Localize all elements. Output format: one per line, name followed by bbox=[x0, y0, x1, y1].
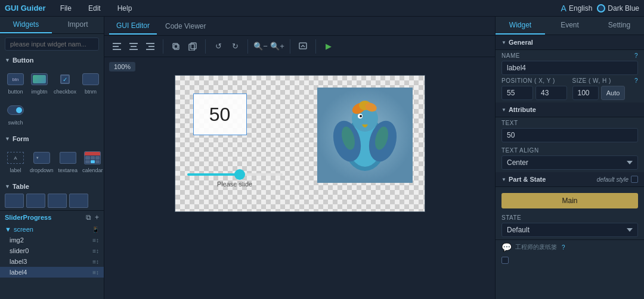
layers-panel: SliderProgress ⧉ + ▼ screen 📱 img2 ≡↕ sl… bbox=[0, 210, 104, 299]
menu-help[interactable]: Help bbox=[113, 3, 137, 14]
redo-btn[interactable]: ↻ bbox=[227, 39, 243, 54]
slider-track bbox=[187, 173, 283, 176]
copy-style-btn[interactable] bbox=[168, 39, 184, 54]
pos-y-input[interactable] bbox=[535, 86, 567, 100]
calendar-icon bbox=[83, 150, 102, 166]
state-select[interactable]: Default bbox=[501, 223, 638, 237]
language-label: English bbox=[569, 4, 592, 13]
size-auto-btn[interactable]: Auto bbox=[601, 86, 626, 100]
play-btn[interactable]: ▶ bbox=[321, 39, 336, 54]
watermark-text: 工程师的废纸篓 bbox=[515, 243, 557, 251]
bottom-checkbox-row bbox=[496, 254, 644, 266]
section-button[interactable]: Button bbox=[0, 54, 104, 66]
table-icon-2[interactable] bbox=[26, 194, 45, 208]
menu-edit[interactable]: Edit bbox=[83, 3, 106, 14]
position-inputs bbox=[501, 86, 568, 100]
canvas-area: 100% 50 bbox=[104, 57, 495, 299]
left-sidebar: Widgets Import Button btn button imgbtn … bbox=[0, 17, 104, 299]
parrot-image bbox=[317, 88, 413, 183]
default-style-label: default style bbox=[597, 176, 638, 183]
general-section-header: General bbox=[496, 35, 644, 50]
tab-widget[interactable]: Widget bbox=[496, 17, 545, 35]
widget-calendar[interactable]: calendar bbox=[81, 147, 104, 176]
zoom-group: 🔍− 🔍+ bbox=[253, 39, 290, 54]
tab-code-viewer[interactable]: Code Viewer bbox=[158, 18, 213, 34]
layers-actions: ⧉ + bbox=[86, 213, 99, 222]
name-input[interactable] bbox=[501, 61, 638, 75]
layers-add-btn[interactable]: + bbox=[95, 213, 99, 222]
theme-label: Dark Blue bbox=[608, 4, 639, 13]
export-btn[interactable] bbox=[295, 39, 311, 54]
label4-value: 50 bbox=[209, 104, 231, 126]
checkbox-icon bbox=[55, 71, 75, 88]
slider-label: Please slide bbox=[187, 180, 283, 188]
watermark-help: ? bbox=[562, 244, 565, 251]
widget-switch[interactable]: switch bbox=[5, 99, 26, 128]
align-left-btn[interactable] bbox=[109, 39, 125, 54]
widget-imgbtn[interactable]: imgbtn bbox=[29, 68, 50, 97]
canvas-frame[interactable]: 50 bbox=[175, 75, 425, 212]
zoom-in-btn[interactable]: 🔍+ bbox=[270, 39, 285, 54]
bottom-checkbox[interactable] bbox=[501, 257, 509, 264]
undo-btn[interactable]: ↺ bbox=[210, 39, 226, 54]
theme-icon bbox=[597, 4, 605, 13]
zoom-out-btn[interactable]: 🔍− bbox=[253, 39, 268, 54]
app-body: Widgets Import Button btn button imgbtn … bbox=[0, 17, 644, 299]
svg-rect-1 bbox=[113, 46, 119, 47]
wechat-icon: 💬 bbox=[501, 242, 512, 252]
widget-button[interactable]: btn button bbox=[5, 68, 26, 97]
main-part-btn[interactable]: Main bbox=[501, 193, 638, 208]
theme-selector[interactable]: Dark Blue bbox=[597, 4, 639, 13]
tab-event[interactable]: Event bbox=[545, 17, 595, 35]
table-icon-row bbox=[5, 194, 99, 208]
language-selector[interactable]: A English bbox=[561, 4, 593, 13]
slider-widget[interactable]: Please slide bbox=[187, 173, 283, 188]
tab-import[interactable]: Import bbox=[52, 17, 104, 33]
widget-label[interactable]: A label bbox=[5, 147, 26, 176]
layer-screen[interactable]: ▼ screen 📱 bbox=[0, 224, 104, 235]
menu-file[interactable]: File bbox=[55, 3, 76, 14]
layer-expand-icon-2: ≡↕ bbox=[92, 248, 99, 254]
svg-rect-9 bbox=[173, 43, 178, 48]
button-icon: btn bbox=[6, 71, 25, 88]
main-btn-container: Main bbox=[496, 187, 644, 212]
layer-img2[interactable]: img2 ≡↕ bbox=[0, 235, 104, 245]
widget-btnm[interactable]: btnm bbox=[80, 68, 101, 97]
tab-setting[interactable]: Setting bbox=[595, 17, 644, 35]
default-style-checkbox[interactable] bbox=[631, 176, 638, 183]
section-form[interactable]: Form bbox=[0, 133, 104, 145]
position-section: POSITION ( X, Y ) bbox=[501, 77, 568, 100]
device-icon: 📱 bbox=[92, 226, 99, 233]
slider-thumb[interactable] bbox=[234, 169, 245, 180]
widget-textarea[interactable]: textarea bbox=[57, 147, 79, 176]
widget-dropdown[interactable]: dropdown bbox=[29, 147, 55, 176]
text-align-select[interactable]: Left Center Right bbox=[501, 155, 638, 170]
layer-label4[interactable]: label4 ≡↕ bbox=[0, 267, 104, 278]
tab-gui-editor[interactable]: GUI Editor bbox=[109, 18, 157, 35]
btnm-icon bbox=[81, 71, 100, 88]
tab-widgets[interactable]: Widgets bbox=[0, 17, 52, 33]
table-icon-3[interactable] bbox=[48, 194, 67, 208]
layer-slider0[interactable]: slider0 ≡↕ bbox=[0, 245, 104, 256]
layer-label3[interactable]: label3 ≡↕ bbox=[0, 256, 104, 267]
search-input[interactable] bbox=[5, 38, 99, 51]
copy-group bbox=[168, 39, 206, 54]
right-panel: Widget Event Setting General NAME ? POS bbox=[495, 17, 644, 299]
align-center-btn[interactable] bbox=[126, 39, 141, 54]
table-icon-1[interactable] bbox=[5, 194, 24, 208]
label4-widget[interactable]: 50 bbox=[193, 94, 247, 135]
widget-checkbox[interactable]: checkbox bbox=[52, 68, 78, 97]
paste-style-btn[interactable] bbox=[185, 39, 200, 54]
label-widget-icon: A bbox=[6, 150, 25, 166]
layers-copy-btn[interactable]: ⧉ bbox=[86, 213, 91, 222]
layer-expand-icon: ≡↕ bbox=[92, 237, 99, 244]
size-w-input[interactable] bbox=[572, 86, 599, 100]
table-icon-4[interactable] bbox=[69, 194, 88, 208]
align-right-btn[interactable] bbox=[143, 39, 158, 54]
name-prop: NAME ? bbox=[496, 50, 644, 77]
section-table[interactable]: Table bbox=[0, 180, 104, 192]
text-input[interactable] bbox=[501, 128, 638, 142]
part-state-header: Part & State default style bbox=[496, 172, 644, 187]
editor-tabs: GUI Editor Code Viewer bbox=[104, 17, 495, 36]
pos-x-input[interactable] bbox=[501, 86, 533, 100]
